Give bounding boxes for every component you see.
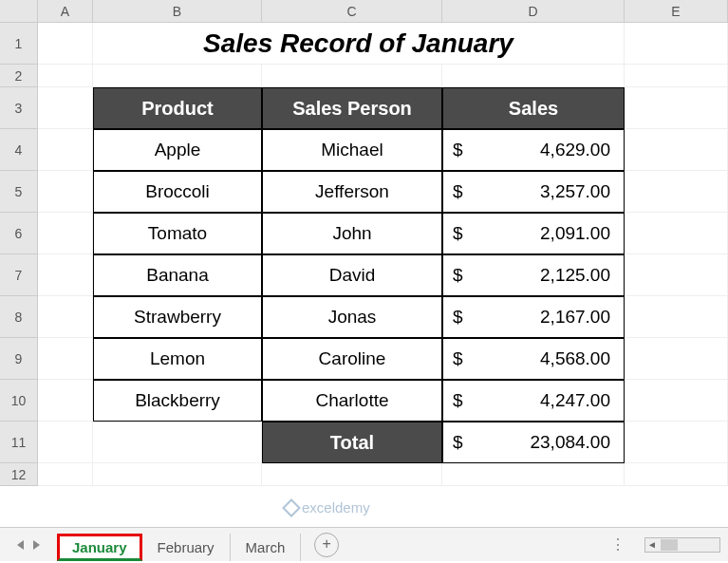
select-all-corner[interactable] [0, 0, 38, 22]
sheet-tab-february[interactable]: February [142, 534, 231, 561]
cell-B11[interactable] [93, 422, 262, 463]
col-header-B[interactable]: B [93, 0, 262, 22]
spreadsheet-grid[interactable]: A B C D E 1 Sales Record of January 2 3 … [0, 0, 728, 527]
row-12: 12 [0, 463, 728, 486]
cell-sales[interactable]: $3,257.00 [442, 171, 625, 213]
amount-value: 4,247.00 [540, 381, 610, 421]
cell-A2[interactable] [38, 65, 93, 87]
row-header-7[interactable]: 7 [0, 254, 38, 296]
cell-A6[interactable] [38, 213, 93, 254]
cell-person[interactable]: David [262, 254, 442, 296]
row-header-3[interactable]: 3 [0, 87, 38, 129]
cell-A12[interactable] [38, 463, 93, 486]
currency-symbol: $ [453, 297, 463, 337]
cell-sales[interactable]: $4,247.00 [442, 380, 625, 422]
sheet-tab-january[interactable]: January [57, 534, 142, 561]
cell-A9[interactable] [38, 338, 93, 380]
cell-C12[interactable] [262, 463, 442, 486]
cell-sales[interactable]: $4,629.00 [442, 129, 625, 171]
cell-E1[interactable] [625, 23, 728, 65]
sheet-title[interactable]: Sales Record of January [93, 23, 625, 65]
cell-E4[interactable] [625, 129, 728, 171]
cell-A4[interactable] [38, 129, 93, 171]
row-header-1[interactable]: 1 [0, 23, 38, 65]
table-header-product[interactable]: Product [93, 87, 262, 129]
horizontal-scrollbar[interactable]: ◄ [644, 537, 720, 553]
row-header-6[interactable]: 6 [0, 213, 38, 254]
scroll-area: ⋮ ◄ [601, 535, 728, 554]
cell-product[interactable]: Apple [93, 129, 262, 171]
cell-product[interactable]: Broccoli [93, 171, 262, 213]
scroll-thumb[interactable] [661, 539, 678, 551]
cell-A11[interactable] [38, 422, 93, 463]
cell-person[interactable]: Michael [262, 129, 442, 171]
cell-product[interactable]: Lemon [93, 338, 262, 380]
cell-C2[interactable] [262, 65, 442, 87]
cell-product[interactable]: Blackberry [93, 380, 262, 422]
cell-E8[interactable] [625, 296, 728, 338]
total-label[interactable]: Total [262, 422, 442, 463]
cell-E10[interactable] [625, 380, 728, 422]
col-header-E[interactable]: E [625, 0, 728, 22]
col-header-C[interactable]: C [262, 0, 442, 22]
row-header-10[interactable]: 10 [0, 380, 38, 422]
cell-E7[interactable] [625, 254, 728, 296]
cell-person[interactable]: John [262, 213, 442, 254]
cell-E3[interactable] [625, 87, 728, 129]
row-header-2[interactable]: 2 [0, 65, 38, 87]
cell-E11[interactable] [625, 422, 728, 463]
cell-person[interactable]: Charlotte [262, 380, 442, 422]
cell-E9[interactable] [625, 338, 728, 380]
cell-D2[interactable] [442, 65, 625, 87]
currency-symbol: $ [453, 214, 463, 253]
row-header-4[interactable]: 4 [0, 129, 38, 171]
cell-A10[interactable] [38, 380, 93, 422]
table-header-person[interactable]: Sales Person [262, 87, 442, 129]
row-7: 7 Banana David $2,125.00 [0, 254, 728, 296]
cell-B12[interactable] [93, 463, 262, 486]
row-header-12[interactable]: 12 [0, 463, 38, 486]
cell-person[interactable]: Jonas [262, 296, 442, 338]
cell-person[interactable]: Jefferson [262, 171, 442, 213]
cell-sales[interactable]: $4,568.00 [442, 338, 625, 380]
tab-options-icon[interactable]: ⋮ [601, 535, 637, 554]
cell-product[interactable]: Tomato [93, 213, 262, 254]
row-6: 6 Tomato John $2,091.00 [0, 213, 728, 254]
row-5: 5 Broccoli Jefferson $3,257.00 [0, 171, 728, 213]
sheet-tab-march[interactable]: March [231, 534, 302, 561]
cell-B2[interactable] [93, 65, 262, 87]
cell-A3[interactable] [38, 87, 93, 129]
cell-E5[interactable] [625, 171, 728, 213]
total-sales[interactable]: $23,084.00 [442, 422, 625, 463]
row-header-11[interactable]: 11 [0, 422, 38, 463]
cell-A1[interactable] [38, 23, 93, 65]
cell-E2[interactable] [625, 65, 728, 87]
amount-value: 23,084.00 [530, 422, 610, 462]
cell-A7[interactable] [38, 254, 93, 296]
cell-product[interactable]: Strawberry [93, 296, 262, 338]
tab-prev-icon[interactable] [17, 540, 24, 550]
cell-D12[interactable] [442, 463, 625, 486]
row-header-9[interactable]: 9 [0, 338, 38, 380]
currency-symbol: $ [453, 339, 463, 379]
cell-A5[interactable] [38, 171, 93, 213]
currency-symbol: $ [453, 172, 463, 212]
col-header-A[interactable]: A [38, 0, 93, 22]
table-header-sales[interactable]: Sales [442, 87, 625, 129]
row-header-8[interactable]: 8 [0, 296, 38, 338]
tab-next-icon[interactable] [33, 540, 40, 550]
cell-person[interactable]: Caroline [262, 338, 442, 380]
row-header-5[interactable]: 5 [0, 171, 38, 213]
cell-E6[interactable] [625, 213, 728, 254]
cell-product[interactable]: Banana [93, 254, 262, 296]
cell-A8[interactable] [38, 296, 93, 338]
cell-sales[interactable]: $2,167.00 [442, 296, 625, 338]
currency-symbol: $ [453, 381, 463, 421]
cell-sales[interactable]: $2,091.00 [442, 213, 625, 254]
col-header-D[interactable]: D [442, 0, 625, 22]
new-sheet-button[interactable]: + [314, 533, 339, 557]
cell-sales[interactable]: $2,125.00 [442, 254, 625, 296]
currency-symbol: $ [453, 130, 463, 170]
scroll-left-icon[interactable]: ◄ [645, 539, 659, 550]
cell-E12[interactable] [625, 463, 728, 486]
